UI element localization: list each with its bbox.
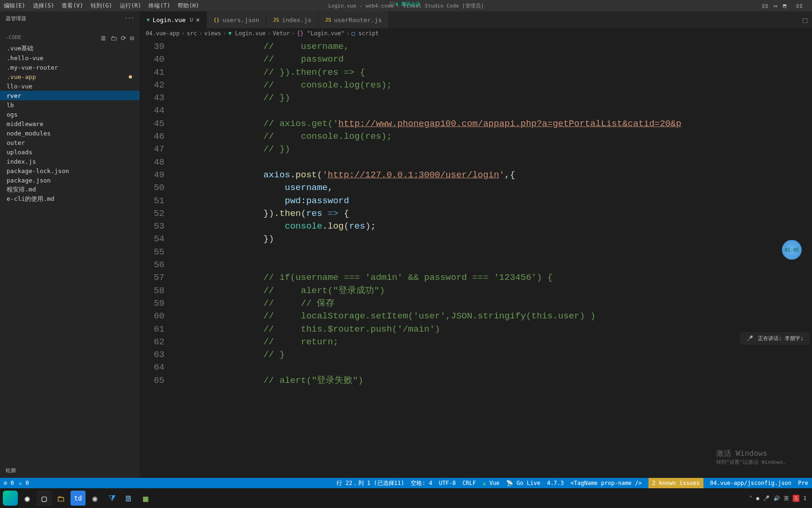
menu-run[interactable]: 运行(R)	[116, 2, 145, 10]
title-layout-icons[interactable]: ▯▯ ▭ ⬒ ▯▯	[762, 2, 803, 9]
tray-chevron-icon[interactable]: ˄	[750, 495, 752, 501]
editor-tab[interactable]: {}users.json	[207, 11, 266, 28]
status-eol[interactable]: CRLF	[462, 480, 476, 486]
layout-more-icon[interactable]: ▯▯	[796, 2, 803, 9]
outline-section[interactable]: 轮廓	[0, 463, 140, 478]
tree-item[interactable]: 程安排.md	[0, 185, 140, 194]
status-errors[interactable]: ⊘ 0	[4, 480, 14, 486]
tray-app[interactable]: S	[793, 495, 800, 502]
breadcrumb-item[interactable]: src	[187, 30, 197, 37]
refresh-icon[interactable]: ⟳	[121, 34, 126, 42]
split-editor-icon[interactable]: ⬚	[803, 16, 807, 24]
status-indent[interactable]: 空格: 4	[411, 479, 432, 487]
breadcrumbs[interactable]: 04.vue-app›src›views›▼ Login.vue›Vetur›{…	[140, 28, 812, 39]
status-language[interactable]: ▲ Vue	[483, 480, 500, 486]
taskbar-chrome-icon[interactable]: ◉	[20, 491, 35, 506]
tab-label: userRouter.js	[334, 16, 382, 24]
taskbar-todesk-icon[interactable]: td	[70, 491, 86, 506]
tray-mic-icon[interactable]: 🎤	[763, 495, 770, 501]
tree-item[interactable]: .vue基础	[0, 44, 140, 53]
vue-icon: ▼	[147, 17, 150, 23]
tree-item[interactable]: middleware	[0, 119, 140, 128]
taskbar-explorer-icon[interactable]: 🗀	[54, 491, 69, 506]
taskbar-terminal-icon[interactable]: ▢	[37, 491, 52, 506]
code-content[interactable]: // username, // password // }).then(res …	[178, 39, 812, 478]
status-encoding[interactable]: UTF-8	[439, 480, 456, 486]
collapse-icon[interactable]: ⊟	[130, 34, 134, 42]
menu-view[interactable]: 查看(V)	[58, 2, 87, 10]
json-icon: {}	[213, 17, 219, 23]
menubar: 编辑(E) 选择(S) 查看(V) 转到(G) 运行(R) 终端(T) 帮助(H…	[0, 0, 812, 11]
breadcrumb-item[interactable]: 04.vue-app	[146, 30, 180, 37]
layout-panel-icon[interactable]: ▭	[774, 2, 777, 9]
menu-goto[interactable]: 转到(G)	[87, 2, 116, 10]
tree-item[interactable]: ogs	[0, 110, 140, 119]
statusbar: ⊘ 0 ⚠ 0 行 22，列 1 (已选择11) 空格: 4 UTF-8 CRL…	[0, 478, 812, 488]
layout-sidebar-icon[interactable]: ▯▯	[762, 2, 768, 9]
speaking-indicator: 🎤 正在讲话: 李朋宇;	[740, 332, 810, 345]
tree-item[interactable]: .vue-app	[0, 72, 140, 81]
status-pre[interactable]: Pre	[798, 480, 808, 486]
line-gutter: 3940414243444546474849505152535455565758…	[140, 39, 178, 478]
status-emmet[interactable]: <TagName prop-name />	[570, 480, 642, 486]
tree-item[interactable]: e-cli的使用.md	[0, 194, 140, 204]
new-folder-icon[interactable]: 🗀	[110, 34, 117, 42]
status-warnings[interactable]: ⚠ 0	[19, 480, 29, 486]
tab-status: U	[190, 17, 193, 23]
new-file-icon[interactable]: 🗎	[100, 34, 107, 42]
tray-meeting-icon[interactable]: ●	[756, 495, 759, 501]
editor-tab[interactable]: JSuserRouter.js	[319, 11, 389, 28]
tree-item[interactable]: package-lock.json	[0, 166, 140, 175]
code-editor[interactable]: 3940414243444546474849505152535455565758…	[140, 39, 812, 478]
breadcrumb-item[interactable]: ▼ Login.vue	[228, 30, 265, 37]
tab-label: index.js	[282, 16, 312, 24]
status-version[interactable]: 4.7.3	[547, 480, 564, 486]
status-golive[interactable]: 📡 Go Live	[506, 480, 540, 486]
status-issues[interactable]: 2 known issues	[648, 478, 703, 488]
menu-terminal[interactable]: 终端(T)	[145, 2, 174, 10]
breadcrumb-item[interactable]: {} "Login.vue"	[297, 30, 344, 37]
system-tray[interactable]: ˄ ● 🎤 🔊 英 S 1	[750, 495, 809, 502]
taskbar-app-icon[interactable]: ▦	[138, 491, 153, 506]
taskbar-edge-icon[interactable]	[3, 491, 18, 506]
tree-item[interactable]: .my-vue-router	[0, 63, 140, 72]
taskbar-notepad-icon[interactable]: 🗎	[121, 491, 136, 506]
tree-item[interactable]: uploads	[0, 147, 140, 157]
tree-item[interactable]: llo-vue	[0, 81, 140, 91]
taskbar-chrome2-icon[interactable]: ◉	[87, 491, 102, 506]
tab-label: users.json	[222, 16, 259, 24]
editor-tab[interactable]: JSindex.js	[266, 11, 319, 28]
tab-actions: ⬚	[798, 11, 812, 28]
tree-item[interactable]: .hello-vue	[0, 53, 140, 63]
menu-edit[interactable]: 编辑(E)	[0, 2, 29, 10]
breadcrumb-item[interactable]: views	[204, 30, 221, 37]
breadcrumb-item[interactable]: Vetur	[273, 30, 289, 37]
modified-dot-icon	[129, 75, 132, 79]
sidebar-ellipsis-icon[interactable]: ···	[125, 15, 134, 22]
tab-label: Login.vue	[153, 16, 186, 24]
os-taskbar: ◉ ▢ 🗀 td ◉ ⧩ 🗎 ▦ ˄ ● 🎤 🔊 英 S 1	[0, 488, 812, 508]
menu-help[interactable]: 帮助(H)	[174, 2, 203, 10]
editor-area: ▼Login.vueU×{}users.jsonJSindex.jsJSuser…	[140, 11, 812, 478]
tray-ime[interactable]: 英	[784, 495, 789, 502]
tree-item[interactable]: package.json	[0, 175, 140, 185]
workspace-root[interactable]: -CODE 🗎 🗀 ⟳ ⊟	[0, 32, 140, 44]
tray-time[interactable]: 1	[803, 495, 806, 501]
breadcrumb-item[interactable]: ▢ script	[351, 30, 379, 37]
js-icon: JS	[273, 17, 279, 23]
tree-item[interactable]: lb	[0, 100, 140, 110]
tray-volume-icon[interactable]: 🔊	[773, 495, 780, 501]
meeting-timer-bubble[interactable]: 01:05	[782, 240, 802, 260]
editor-tab[interactable]: ▼Login.vueU×	[140, 11, 207, 28]
tree-item[interactable]: rver	[0, 91, 140, 100]
tree-item[interactable]: outer	[0, 138, 140, 147]
tree-item[interactable]: index.js	[0, 157, 140, 166]
window-title: Login.vue - web4-code - Visual Studio Co…	[328, 2, 484, 9]
close-icon[interactable]: ×	[196, 16, 200, 24]
layout-split-icon[interactable]: ⬒	[783, 2, 786, 9]
status-tsconfig[interactable]: 04.vue-app/jsconfig.json	[710, 480, 791, 486]
taskbar-vscode-icon[interactable]: ⧩	[104, 491, 119, 506]
menu-select[interactable]: 选择(S)	[29, 2, 58, 10]
status-cursor[interactable]: 行 22，列 1 (已选择11)	[336, 479, 404, 487]
tree-item[interactable]: node_modules	[0, 128, 140, 138]
